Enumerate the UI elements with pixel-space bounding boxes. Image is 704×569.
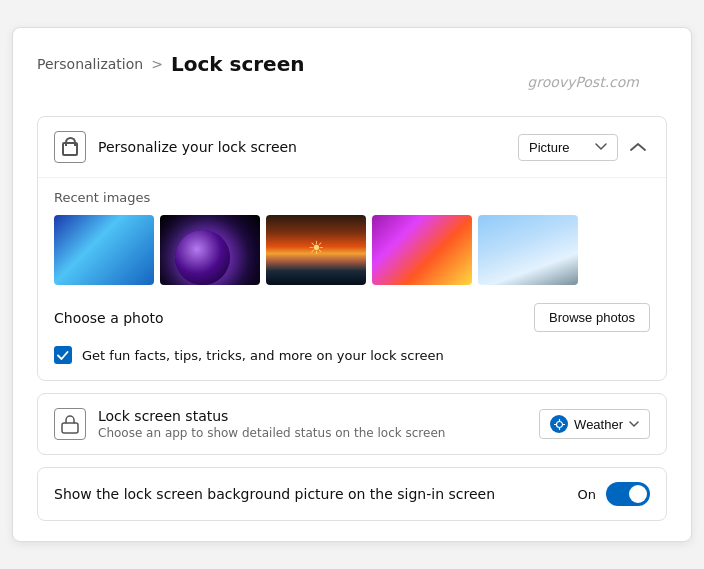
signin-card: Show the lock screen background picture … xyxy=(37,467,667,521)
personalize-card: Personalize your lock screen Picture Rec… xyxy=(37,116,667,381)
chevron-down-icon xyxy=(595,143,607,151)
recent-image-2[interactable] xyxy=(160,215,260,285)
personalize-card-body: Recent images Choose a photo Browse phot… xyxy=(38,177,666,380)
weather-dropdown-value: Weather xyxy=(574,417,623,432)
lock-screen-icon xyxy=(54,131,86,163)
recent-image-5[interactable] xyxy=(478,215,578,285)
signin-inner: Show the lock screen background picture … xyxy=(38,468,666,520)
browse-photos-button[interactable]: Browse photos xyxy=(534,303,650,332)
recent-image-3[interactable] xyxy=(266,215,366,285)
signin-label: Show the lock screen background picture … xyxy=(54,486,495,502)
recent-images-strip xyxy=(54,215,650,285)
status-subtitle: Choose an app to show detailed status on… xyxy=(98,426,445,440)
weather-app-icon xyxy=(550,415,568,433)
personalize-header-right: Picture xyxy=(518,134,650,161)
checkmark-icon xyxy=(57,351,69,360)
choose-photo-row: Choose a photo Browse photos xyxy=(54,303,650,332)
personalize-card-header: Personalize your lock screen Picture xyxy=(38,117,666,177)
personalize-title: Personalize your lock screen xyxy=(98,139,297,155)
svg-point-1 xyxy=(556,421,562,427)
picture-dropdown[interactable]: Picture xyxy=(518,134,618,161)
breadcrumb: Personalization > Lock screen xyxy=(37,52,304,76)
status-left: Lock screen status Choose an app to show… xyxy=(54,408,445,440)
toggle-on-label: On xyxy=(578,487,596,502)
recent-image-4[interactable] xyxy=(372,215,472,285)
status-text-group: Lock screen status Choose an app to show… xyxy=(98,408,445,440)
brand-text: groovyPost.com xyxy=(527,74,639,90)
recent-images-label: Recent images xyxy=(54,190,650,205)
personalize-header-left: Personalize your lock screen xyxy=(54,131,297,163)
status-title: Lock screen status xyxy=(98,408,445,424)
breadcrumb-parent[interactable]: Personalization xyxy=(37,56,143,72)
weather-icon xyxy=(554,419,565,430)
lock-screen-status-card: Lock screen status Choose an app to show… xyxy=(37,393,667,455)
page-title: Lock screen xyxy=(171,52,305,76)
recent-image-1[interactable] xyxy=(54,215,154,285)
fun-facts-label: Get fun facts, tips, tricks, and more on… xyxy=(82,348,444,363)
fun-facts-checkbox[interactable] xyxy=(54,346,72,364)
fun-facts-checkbox-row[interactable]: Get fun facts, tips, tricks, and more on… xyxy=(54,346,650,364)
chevron-up-icon xyxy=(630,142,646,152)
weather-dropdown[interactable]: Weather xyxy=(539,409,650,439)
lock-status-icon xyxy=(61,414,79,434)
weather-chevron-icon xyxy=(629,421,639,428)
svg-rect-0 xyxy=(62,423,78,433)
status-card-inner: Lock screen status Choose an app to show… xyxy=(38,394,666,454)
collapse-button[interactable] xyxy=(626,136,650,158)
signin-toggle[interactable] xyxy=(606,482,650,506)
status-icon xyxy=(54,408,86,440)
breadcrumb-separator: > xyxy=(151,56,163,72)
signin-right: On xyxy=(578,482,650,506)
picture-dropdown-value: Picture xyxy=(529,140,569,155)
choose-photo-label: Choose a photo xyxy=(54,310,164,326)
